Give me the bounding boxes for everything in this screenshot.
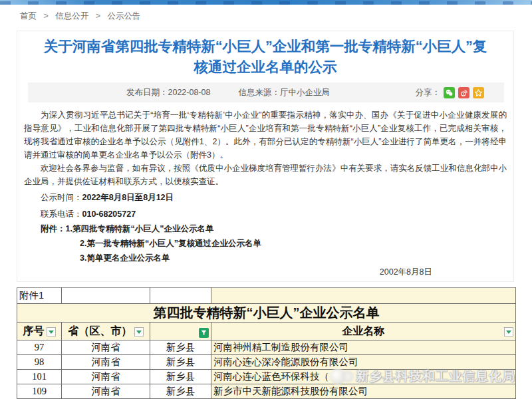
filter-dropdown-icon[interactable]	[504, 327, 513, 336]
attachment-spreadsheet: 附件1 第四批专精特新“小巨人”企业公示名单 序号 省（区、市） 企业名称 97…	[17, 287, 517, 399]
share-wechat-icon[interactable]	[444, 87, 455, 98]
contact-phone-label: 联系电话：	[41, 209, 82, 219]
info-source-value: 厅中小企业局	[280, 88, 330, 97]
publicity-period-value: 2022年8月8日至8月12日	[82, 193, 174, 202]
breadcrumb-current: 公示公告	[108, 11, 141, 21]
cell-company: 河南心连心蓝色环保科技（	[211, 370, 516, 384]
table-row: 98 河南省 新乡县 河南心连心深冷能源股份有限公司	[17, 355, 516, 370]
breadcrumb: 首页 > 信息公开 > 公示公告	[20, 11, 532, 22]
publish-date-label: 发布日期：	[126, 88, 168, 97]
header-province: 省（区、市）	[62, 323, 150, 340]
cell-province: 河南省	[62, 355, 150, 370]
header-company: 企业名称	[211, 323, 516, 340]
paragraph: 为深入贯彻习近平总书记关于“培育一批‘专精特新’中小企业”的重要指示精神，落实中…	[24, 108, 507, 162]
header-seq-label: 序号	[23, 325, 45, 336]
publicity-period-label: 公示时间：	[41, 193, 82, 202]
info-source-label: 信息来源：	[238, 88, 280, 97]
publish-date-value: 2022-08-08	[168, 88, 211, 97]
sheet-title: 第四批专精特新“小巨人”企业公示名单	[17, 304, 516, 323]
paragraph: 欢迎社会各界参与监督，如有异议，按照《优质中小企业梯度培育管理暂行办法》中有关要…	[24, 162, 507, 188]
cell-province: 河南省	[62, 340, 150, 355]
cell-county: 新乡县	[150, 370, 211, 384]
share-weibo-icon[interactable]	[458, 87, 469, 98]
breadcrumb-home[interactable]: 首页	[20, 11, 37, 21]
sign-date: 2002年8月8日	[24, 267, 507, 279]
table-row: 109 河南省 新乡县 新乡市中天新能源科技股份有限公司	[17, 384, 516, 399]
share-qzone-star-icon[interactable]	[473, 87, 484, 98]
cell-seq: 109	[17, 384, 62, 399]
cell-company: 河南神州精工制造股份有限公司	[211, 340, 516, 355]
article-card: 关于河南省第四批专精特新“小巨人”企业和第一批专精特新“小巨人”复核通过企业名单…	[17, 31, 514, 282]
cell-seq: 98	[17, 355, 62, 370]
meta-bar: 发布日期：2022-08-08 信息来源：厅中小企业局 分享：	[28, 82, 504, 102]
attachments-label: 附件：	[41, 224, 66, 233]
filter-dropdown-icon[interactable]	[47, 327, 56, 336]
sheet-header-row: 序号 省（区、市） 企业名称	[17, 323, 516, 340]
table-row: 97 河南省 新乡县 河南神州精工制造股份有限公司	[17, 340, 516, 355]
cell-county: 新乡县	[150, 355, 211, 370]
contact-phone: 联系电话：010-68205727	[24, 207, 507, 221]
attachment-item: 3.简单更名企业公示名单	[80, 253, 170, 263]
cell-province: 河南省	[62, 370, 150, 384]
empty-cell	[150, 288, 211, 304]
publish-date: 发布日期：2022-08-08	[126, 87, 210, 98]
cell-county: 新乡县	[150, 384, 211, 399]
cell-county: 新乡县	[150, 340, 211, 355]
empty-cell	[211, 288, 516, 304]
filter-dropdown-icon[interactable]	[134, 327, 144, 336]
breadcrumb-separator: >	[43, 11, 48, 21]
site-banner-strip	[0, 0, 532, 5]
attachment-line-2: 2.第一批专精特新“小巨人”复核通过企业公示名单	[24, 236, 507, 251]
empty-cell	[62, 288, 150, 304]
attachment-item: 2.第一批专精特新“小巨人”复核通过企业公示名单	[80, 239, 261, 248]
breadcrumb-info-disclosure[interactable]: 信息公开	[55, 11, 88, 21]
header-province-label: 省（区、市）	[68, 325, 132, 336]
cell-province: 河南省	[62, 384, 150, 399]
header-company-label: 企业名称	[342, 325, 385, 336]
attachment-line-3: 3.简单更名企业公示名单	[24, 251, 507, 265]
cell-seq: 97	[17, 340, 62, 355]
publicity-period: 公示时间：2022年8月8日至8月12日	[24, 190, 507, 205]
sheet-label-row: 附件1	[17, 288, 516, 304]
contact-phone-value: 010-68205727	[82, 209, 136, 219]
header-county	[150, 323, 211, 340]
sheet-attachment-label: 附件1	[17, 288, 62, 304]
share-bar: 分享：	[416, 87, 485, 98]
article-body: 为深入贯彻习近平总书记关于“培育一批‘专精特新’中小企业”的重要指示精神，落实中…	[23, 108, 508, 279]
info-source: 信息来源：厅中小企业局	[238, 87, 330, 98]
table-row: 101 河南省 新乡县 河南心连心蓝色环保科技（	[17, 370, 516, 384]
filter-active-funnel-icon[interactable]	[199, 328, 209, 338]
header-seq: 序号	[17, 323, 62, 340]
sheet-title-row: 第四批专精特新“小巨人”企业公示名单	[17, 304, 516, 323]
attachment-item: 1.第四批专精特新“小巨人”企业公示名单	[66, 224, 214, 233]
cell-company: 新乡市中天新能源科技股份有限公司	[211, 384, 516, 399]
share-label: 分享：	[416, 87, 441, 98]
cell-seq: 101	[17, 370, 62, 384]
cell-company: 河南心连心深冷能源股份有限公司	[211, 355, 516, 370]
breadcrumb-separator: >	[96, 11, 100, 21]
page-title: 关于河南省第四批专精特新“小巨人”企业和第一批专精特新“小巨人”复核通过企业名单…	[37, 37, 493, 78]
attachment-line-1: 附件：1.第四批专精特新“小巨人”企业公示名单	[24, 221, 507, 236]
